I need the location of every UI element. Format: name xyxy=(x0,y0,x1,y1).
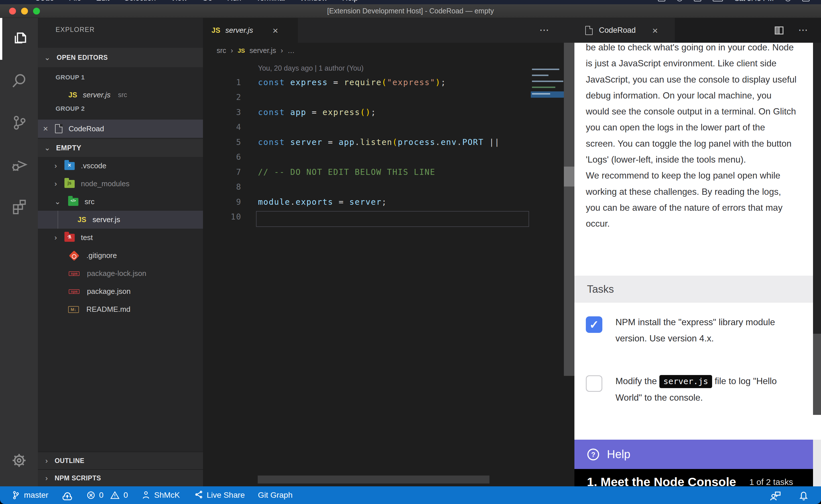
open-editor-server-js[interactable]: JS server.js src xyxy=(38,86,203,103)
battery-icon[interactable] xyxy=(713,0,723,1)
gitlens-blame-annotation: You, 20 days ago | 1 author (You) xyxy=(258,64,364,72)
tree-item-test[interactable]: › ⚗ test xyxy=(38,229,203,247)
menu-item-edit[interactable]: Edit xyxy=(96,0,109,3)
horizontal-scrollbar-thumb[interactable] xyxy=(258,476,489,483)
tree-item-server-js[interactable]: JS server.js xyxy=(38,211,203,229)
task1-text: NPM install the "express" library module… xyxy=(615,314,804,347)
editor-scrollbar-thumb[interactable] xyxy=(564,167,574,187)
feedback-icon[interactable] xyxy=(769,489,782,501)
editor-more-actions-icon[interactable]: ⋯ xyxy=(539,24,550,36)
close-editor-icon[interactable]: × xyxy=(43,124,48,133)
coderoad-panel: CodeRoad × ⋯ be able to check what's goi… xyxy=(574,18,821,486)
help-accordion-button[interactable]: ? Help xyxy=(574,440,813,469)
menu-item-help[interactable]: Help xyxy=(342,0,358,3)
breadcrumb-symbol[interactable]: … xyxy=(288,46,295,55)
chevron-right-icon: › xyxy=(281,46,283,55)
menu-item-terminal[interactable]: Terminal xyxy=(256,0,285,3)
menu-item-file[interactable]: File xyxy=(69,0,81,3)
lesson-footer-bar[interactable]: 1. Meet the Node Console 1 of 2 tasks xyxy=(574,469,813,486)
code-line-9: module.exports = server; xyxy=(258,197,387,207)
tree-item-vscode[interactable]: › ✕ .vscode xyxy=(38,157,203,175)
extensions-icon[interactable] xyxy=(0,185,38,227)
close-tab-icon[interactable]: × xyxy=(273,26,278,35)
task1-checkbox-checked[interactable]: ✓ xyxy=(586,316,602,333)
tab-label: CodeRoad xyxy=(599,26,636,35)
menu-item-view[interactable]: View xyxy=(171,0,187,3)
close-tab-icon[interactable]: × xyxy=(652,26,658,35)
source-control-icon[interactable] xyxy=(0,102,38,144)
spotlight-icon[interactable] xyxy=(785,0,791,1)
tree-item-gitignore[interactable]: .gitignore xyxy=(38,247,203,265)
problems-status[interactable]: 0 0 xyxy=(86,490,128,500)
menu-item-go[interactable]: Go xyxy=(202,0,213,3)
activity-bar xyxy=(0,18,38,486)
open-editors-header[interactable]: ⌄ OPEN EDITORS xyxy=(38,48,203,67)
editor-scrollbar-track[interactable] xyxy=(564,43,574,376)
webview-scrollbar-track[interactable] xyxy=(813,440,821,486)
coderoad-webview: be able to check what's going on in your… xyxy=(574,43,821,486)
explorer-icon[interactable] xyxy=(0,18,38,60)
menubar-status-icon[interactable] xyxy=(694,0,701,1)
git-branch-status[interactable]: master xyxy=(11,490,48,501)
code-line-3: const app = express(); xyxy=(258,108,376,117)
file-icon xyxy=(585,26,593,35)
npm-icon: npm xyxy=(69,271,79,276)
live-share-button[interactable]: Live Share xyxy=(193,490,245,501)
tree-item-node-modules[interactable]: › js node_modules xyxy=(38,175,203,193)
tab-label: server.js xyxy=(226,26,253,35)
account-status[interactable]: ShMcK xyxy=(141,490,180,501)
code-line-5: const server = app.listen(process.env.PO… xyxy=(258,138,500,147)
webview-scrollbar-thumb[interactable] xyxy=(813,43,821,334)
menu-item-window[interactable]: Window xyxy=(300,0,327,3)
tree-item-readme[interactable]: M↓ README.md xyxy=(38,300,203,318)
tree-item-package-json[interactable]: npm package.json xyxy=(38,282,203,300)
open-editor-coderoad[interactable]: × CodeRoad xyxy=(38,120,203,138)
sidebar-title: EXPLORER xyxy=(56,26,95,34)
settings-gear-icon[interactable] xyxy=(0,439,38,481)
tab-server-js[interactable]: JS server.js × xyxy=(203,18,298,43)
task2-checkbox-unchecked[interactable] xyxy=(586,375,602,392)
outline-section-header[interactable]: › OUTLINE xyxy=(38,452,203,469)
tasks-title: Tasks xyxy=(587,283,614,295)
git-graph-button[interactable]: Git Graph xyxy=(258,491,293,500)
menubar-status-icon[interactable] xyxy=(677,0,683,1)
sync-changes-button[interactable] xyxy=(62,489,73,501)
macos-menu-bar: Code File Edit Selection View Go Run Ter… xyxy=(0,0,821,4)
menubar-status-icon[interactable] xyxy=(658,0,665,1)
breadcrumb[interactable]: src › JS server.js › … xyxy=(217,46,295,55)
test-folder-icon: ⚗ xyxy=(64,234,75,242)
minimap[interactable] xyxy=(531,61,564,146)
npm-scripts-section-header[interactable]: › NPM SCRIPTS xyxy=(38,469,203,486)
breadcrumb-file[interactable]: server.js xyxy=(250,46,276,55)
split-editor-icon[interactable] xyxy=(773,25,785,36)
indent-guide xyxy=(58,211,58,229)
menu-item-run[interactable]: Run xyxy=(227,0,242,3)
tab-coderoad[interactable]: CodeRoad × xyxy=(574,18,675,43)
panel-more-actions-icon[interactable]: ⋯ xyxy=(798,24,809,36)
tree-item-package-lock[interactable]: npm package-lock.json xyxy=(38,265,203,282)
src-folder-icon: </> xyxy=(68,198,78,206)
editor-group: JS server.js × ⋯ src › JS server.js › … … xyxy=(203,18,574,486)
control-center-icon[interactable] xyxy=(802,0,810,1)
js-file-icon: JS xyxy=(68,91,77,99)
tree-item-src[interactable]: ⌄ </> src xyxy=(38,193,203,211)
js-file-icon: JS xyxy=(238,47,245,54)
svg-text:?: ? xyxy=(591,451,595,458)
menubar-clock[interactable]: Sat 5:45 PM xyxy=(734,0,774,3)
run-debug-icon[interactable] xyxy=(0,144,38,185)
warning-count: 0 xyxy=(123,491,128,500)
window-title: [Extension Development Host] - CodeRoad … xyxy=(0,7,821,15)
menu-item-code[interactable]: Code xyxy=(35,0,54,3)
webview-scrollbar-track[interactable] xyxy=(813,334,821,415)
search-icon[interactable] xyxy=(0,60,38,102)
notifications-bell-icon[interactable] xyxy=(798,489,810,501)
explorer-sidebar: EXPLORER ⌄ OPEN EDITORS GROUP 1 JS serve… xyxy=(38,18,203,486)
menu-item-selection[interactable]: Selection xyxy=(124,0,156,3)
lesson-content-text: be able to check what's going on in your… xyxy=(586,43,814,232)
panel-tab-bar: CodeRoad × ⋯ xyxy=(574,18,821,43)
title-bar: [Extension Development Host] - CodeRoad … xyxy=(0,4,821,18)
editor-group2-label: GROUP 2 xyxy=(56,105,85,112)
outline-label: OUTLINE xyxy=(55,457,84,465)
breadcrumb-src[interactable]: src xyxy=(217,46,226,55)
workspace-folder-header[interactable]: ⌄ EMPTY xyxy=(38,139,203,157)
